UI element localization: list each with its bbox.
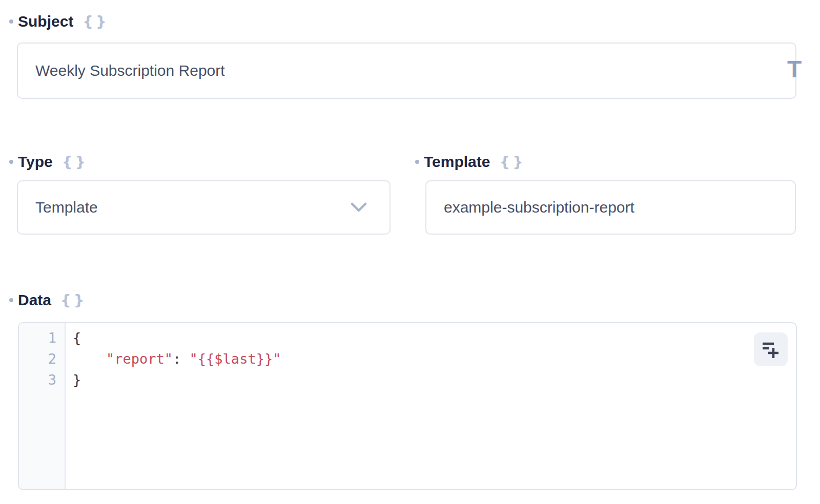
code-line: "report": "{{$last}}" bbox=[73, 348, 796, 369]
type-select-value: Template bbox=[35, 199, 98, 216]
required-marker bbox=[9, 160, 13, 164]
code-line: } bbox=[73, 369, 796, 390]
format-json-button[interactable] bbox=[754, 332, 788, 366]
type-label: Type {} bbox=[18, 153, 88, 171]
type-select[interactable]: Template bbox=[17, 180, 391, 235]
braces-icon[interactable]: {} bbox=[62, 153, 88, 171]
subject-input[interactable] bbox=[17, 43, 796, 99]
braces-icon[interactable]: {} bbox=[60, 291, 87, 309]
required-marker bbox=[9, 19, 13, 24]
code-content[interactable]: { "report": "{{$last}}"} bbox=[66, 323, 796, 489]
template-label-text: Template bbox=[424, 153, 490, 171]
line-number: 3 bbox=[19, 369, 65, 390]
subject-label: Subject {} bbox=[18, 12, 109, 31]
data-label: Data {} bbox=[18, 291, 87, 309]
line-number: 2 bbox=[19, 348, 65, 369]
subject-label-text: Subject bbox=[18, 12, 73, 31]
template-label: Template {} bbox=[424, 153, 526, 171]
text-mode-icon[interactable]: T bbox=[787, 57, 802, 81]
braces-icon[interactable]: {} bbox=[499, 153, 525, 171]
data-label-text: Data bbox=[18, 291, 51, 309]
code-editor[interactable]: 123 { "report": "{{$last}}"} bbox=[18, 322, 797, 490]
code-gutter: 123 bbox=[19, 323, 66, 489]
chevron-down-icon bbox=[351, 202, 367, 213]
code-line: { bbox=[73, 327, 796, 348]
playlist-add-icon bbox=[761, 339, 781, 360]
line-number: 1 bbox=[19, 327, 65, 348]
required-marker bbox=[9, 298, 13, 302]
required-marker bbox=[415, 160, 419, 164]
template-input[interactable] bbox=[425, 180, 796, 235]
type-label-text: Type bbox=[18, 153, 53, 171]
braces-icon[interactable]: {} bbox=[83, 12, 109, 31]
